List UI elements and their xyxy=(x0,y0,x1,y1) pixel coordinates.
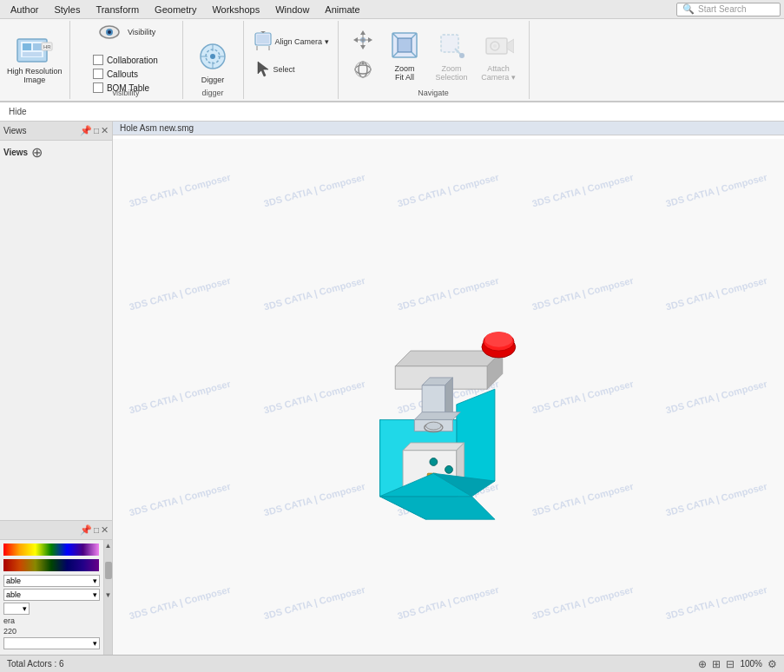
menu-animate[interactable]: Animate xyxy=(318,3,366,16)
prop-label-2: able xyxy=(6,590,21,599)
prop-select-last[interactable]: ▾ xyxy=(3,637,100,649)
ribbon: HR High Resolution Image Visibility xyxy=(0,19,784,102)
zoom-selection-icon xyxy=(434,28,469,63)
status-left: Total Actors : 6 xyxy=(7,659,691,669)
zoom-selection-label: ZoomSelection xyxy=(436,64,468,82)
view-icon[interactable]: ⊞ xyxy=(712,658,721,670)
menu-styles[interactable]: Styles xyxy=(47,3,87,16)
zoom-selection-button[interactable]: ZoomSelection xyxy=(429,24,474,85)
svg-rect-18 xyxy=(257,35,269,43)
svg-point-52 xyxy=(445,465,452,473)
menu-workshops[interactable]: Workshops xyxy=(205,3,267,16)
collaboration-toggle[interactable]: Collaboration xyxy=(91,54,161,66)
scroll-up-arrow[interactable]: ▲ xyxy=(103,540,114,551)
attach-camera-button[interactable]: AttachCamera ▾ xyxy=(476,24,521,85)
prop-row-slider: era xyxy=(3,616,100,625)
viewport-tab-label: Hole Asm new.smg xyxy=(120,123,194,133)
total-actors: Total Actors : 6 xyxy=(7,659,64,669)
status-right: ⊕ ⊞ ⊟ 100% ⚙ xyxy=(698,658,777,670)
views-expand-icon[interactable]: □ xyxy=(94,126,99,135)
navigate-group: ZoomFit All ZoomSelection xyxy=(339,21,530,99)
svg-marker-23 xyxy=(258,62,268,76)
prop-row-2: able ▾ xyxy=(3,589,100,601)
prop-select-2[interactable]: able ▾ xyxy=(3,589,100,601)
zoom-fit-all-label: ZoomFit All xyxy=(395,64,415,82)
properties-panel-header: 📌 □ ✕ xyxy=(0,521,112,540)
3d-model xyxy=(319,267,579,527)
prop-row-3: ▾ xyxy=(3,603,100,615)
svg-point-12 xyxy=(210,54,215,59)
prop-select-1[interactable]: able ▾ xyxy=(3,575,100,587)
menu-window[interactable]: Window xyxy=(268,3,316,16)
navigate-group-label: Navigate xyxy=(339,89,529,97)
color-strip-dark xyxy=(3,559,99,571)
props-close-icon[interactable]: ✕ xyxy=(101,524,109,536)
menu-geometry[interactable]: Geometry xyxy=(148,3,203,16)
callouts-toggle[interactable]: Callouts xyxy=(91,68,161,80)
select-label: Select xyxy=(273,65,295,74)
select-button[interactable]: Select xyxy=(249,56,333,81)
cursor-icon[interactable]: ⊕ xyxy=(698,658,707,670)
visibility-group-label: visibility xyxy=(70,89,182,97)
svg-point-55 xyxy=(425,422,441,430)
props-expand-icon[interactable]: □ xyxy=(94,525,99,535)
align-camera-button[interactable]: Align Camera ▾ xyxy=(249,29,333,53)
search-area[interactable]: 🔍 Start Search xyxy=(676,3,781,16)
move-button[interactable] xyxy=(346,26,380,54)
scroll-bar[interactable]: ▲ ▼ xyxy=(103,540,112,655)
svg-point-43 xyxy=(459,53,464,58)
svg-marker-24 xyxy=(360,30,366,35)
main-area: Views 📌 □ ✕ Views ⊕ 📌 □ ✕ xyxy=(0,122,784,655)
views-title: Views xyxy=(3,126,78,135)
pin-icon[interactable]: 📌 xyxy=(80,125,92,136)
viewport-canvas[interactable]: 3DS CATIA | Composer 3DS CATIA | Compose… xyxy=(113,139,784,655)
zoom-fit-all-button[interactable]: ZoomFit All xyxy=(382,24,427,85)
zoom-fit-all-icon xyxy=(387,28,422,63)
add-view-button[interactable]: ⊕ xyxy=(31,144,43,161)
color-properties: able ▾ able ▾ ▾ xyxy=(0,540,103,655)
digger-group: Digger digger xyxy=(183,21,244,99)
collaboration-label: Collaboration xyxy=(107,56,158,65)
views-label: Views xyxy=(3,148,28,157)
viewport-tab: Hole Asm new.smg xyxy=(113,122,784,135)
prop-select-3[interactable]: ▾ xyxy=(3,603,30,615)
scroll-thumb[interactable] xyxy=(105,562,112,579)
settings-icon[interactable]: ⚙ xyxy=(768,658,777,670)
high-res-icon: HR xyxy=(16,36,54,67)
attach-camera-icon xyxy=(481,28,516,63)
slider-label: era xyxy=(3,616,15,625)
svg-point-51 xyxy=(429,458,437,466)
prop-label-1: able xyxy=(6,576,21,585)
callouts-checkbox[interactable] xyxy=(93,69,103,79)
hide-button[interactable]: Hide xyxy=(2,105,34,118)
prop-row-1: able ▾ xyxy=(3,575,100,587)
menu-author[interactable]: Author xyxy=(3,3,45,16)
zoom-percentage: 100% xyxy=(740,659,762,669)
svg-rect-3 xyxy=(33,43,42,50)
color-strip-bright xyxy=(3,544,99,556)
props-pin-icon[interactable]: 📌 xyxy=(80,524,92,536)
prop-chevron-1: ▾ xyxy=(93,576,97,585)
svg-text:HR: HR xyxy=(43,44,51,49)
visibility-button[interactable]: Visibility xyxy=(91,16,161,49)
collaboration-checkbox[interactable] xyxy=(93,55,103,65)
scroll-down-arrow[interactable]: ▼ xyxy=(103,590,114,601)
attach-camera-label: AttachCamera ▾ xyxy=(481,64,516,82)
prop-row-last: ▾ xyxy=(3,637,100,649)
status-bar: Total Actors : 6 ⊕ ⊞ ⊟ 100% ⚙ xyxy=(0,655,784,672)
digger-icon xyxy=(195,39,230,74)
digger-button[interactable]: Digger xyxy=(190,36,235,84)
prop-chevron-2: ▾ xyxy=(93,590,97,599)
align-camera-label: Align Camera ▾ xyxy=(275,37,329,46)
grid-icon[interactable]: ⊟ xyxy=(726,658,735,670)
orbit-button[interactable] xyxy=(346,56,380,83)
navigate-buttons: ZoomFit All ZoomSelection xyxy=(346,24,521,96)
svg-rect-2 xyxy=(23,43,31,50)
menu-transform[interactable]: Transform xyxy=(89,3,146,16)
views-close-icon[interactable]: ✕ xyxy=(101,125,109,136)
search-placeholder: Start Search xyxy=(698,4,747,14)
high-res-label: High Resolution Image xyxy=(7,67,63,84)
digger-group-label: digger xyxy=(183,89,243,97)
views-panel-header: Views 📌 □ ✕ xyxy=(0,122,112,141)
high-resolution-group[interactable]: HR High Resolution Image xyxy=(0,21,70,99)
